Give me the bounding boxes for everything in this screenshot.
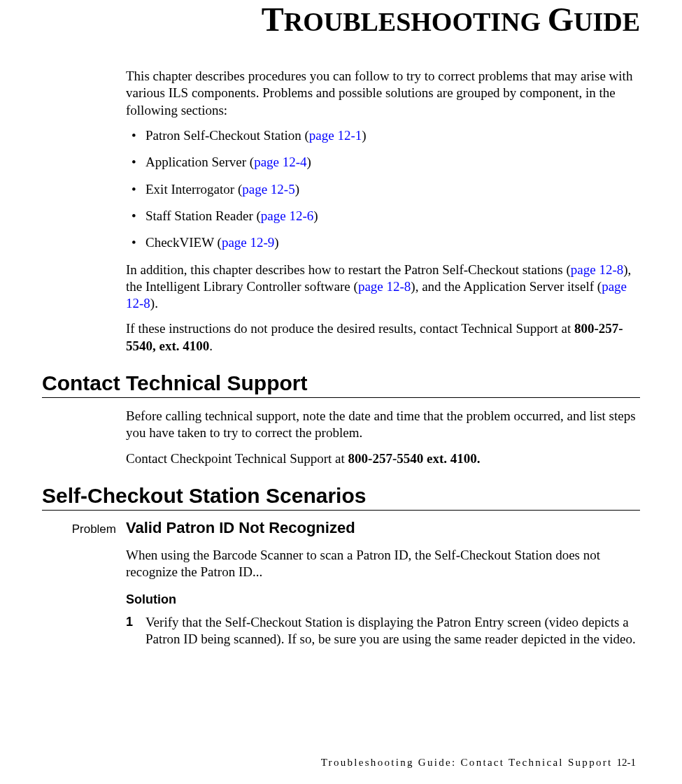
problem-label: Problem <box>42 522 126 536</box>
solution-step: 1 Verify that the Self-Checkout Station … <box>126 614 640 648</box>
list-item: CheckVIEW (page 12-9) <box>126 234 640 251</box>
page-link[interactable]: page 12-8 <box>358 279 411 294</box>
restart-paragraph: In addition, this chapter describes how … <box>126 262 640 313</box>
component-list: Patron Self-Checkout Station (page 12-1)… <box>126 127 640 252</box>
page-link[interactable]: page 12-1 <box>309 128 362 143</box>
page-link[interactable]: page 12-6 <box>261 208 313 223</box>
section-heading-scenarios: Self-Checkout Station Scenarios <box>42 484 640 511</box>
page-number: 12-1 <box>617 757 637 768</box>
problem-title: Valid Patron ID Not Recognized <box>126 519 355 537</box>
page-link[interactable]: page 12-4 <box>254 155 306 169</box>
list-item: Exit Interrogator (page 12-5) <box>126 181 640 198</box>
page-footer: Troubleshooting Guide: Contact Technical… <box>321 757 636 769</box>
page-link[interactable]: page 12-9 <box>222 235 274 250</box>
contact-phone: Contact Checkpoint Technical Support at … <box>126 450 640 467</box>
intro-paragraph: This chapter describes procedures you ca… <box>126 68 640 119</box>
list-item: Application Server (page 12-4) <box>126 154 640 171</box>
page-link[interactable]: page 12-8 <box>571 262 623 277</box>
solution-heading: Solution <box>126 592 640 607</box>
list-item: Staff Station Reader (page 12-6) <box>126 208 640 224</box>
list-item: Patron Self-Checkout Station (page 12-1) <box>126 127 640 144</box>
solution-steps: 1 Verify that the Self-Checkout Station … <box>126 614 640 648</box>
contact-note: Before calling technical support, note t… <box>126 408 640 442</box>
section-heading-contact: Contact Technical Support <box>42 371 640 398</box>
chapter-title: TROUBLESHOOTING GUIDE <box>42 0 640 38</box>
support-paragraph: If these instructions do not produce the… <box>126 320 640 355</box>
problem-description: When using the Barcode Scanner to scan a… <box>126 547 640 581</box>
page-link[interactable]: page 12-5 <box>242 182 294 197</box>
